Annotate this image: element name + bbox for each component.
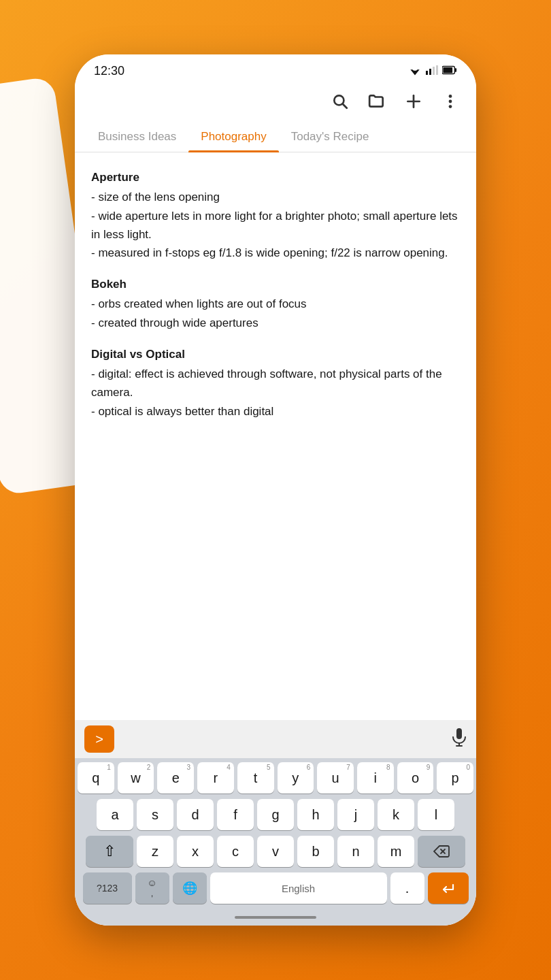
key-w[interactable]: 2w <box>118 762 154 794</box>
numbers-key[interactable]: ?123 <box>83 872 132 904</box>
emoji-key[interactable]: ☺, <box>135 872 169 904</box>
keyboard-toolbar: > <box>75 720 476 758</box>
keyboard-expand-button[interactable]: > <box>84 725 114 753</box>
home-indicator <box>235 916 316 919</box>
keyboard-area: > 1q 2w 3e 4r 5t 6y 7u <box>75 720 476 926</box>
app-toolbar <box>75 84 476 122</box>
key-p[interactable]: 0p <box>437 762 473 794</box>
microphone-button[interactable] <box>452 728 467 751</box>
key-a[interactable]: a <box>97 799 133 830</box>
chevron-right-icon: > <box>95 732 103 747</box>
keyboard: 1q 2w 3e 4r 5t 6y 7u 8i 9o 0p a s d f g … <box>75 758 476 912</box>
key-f[interactable]: f <box>217 799 254 830</box>
svg-rect-9 <box>443 67 452 72</box>
globe-icon: 🌐 <box>182 881 197 896</box>
key-b[interactable]: b <box>297 836 334 867</box>
period-label: . <box>405 881 410 896</box>
key-c[interactable]: c <box>217 836 254 867</box>
space-key[interactable]: English <box>210 872 387 904</box>
svg-rect-17 <box>456 728 462 739</box>
bottom-bar <box>75 912 476 926</box>
battery-icon <box>442 65 457 78</box>
shift-key[interactable]: ⇧ <box>86 836 133 867</box>
key-u[interactable]: 7u <box>317 762 354 794</box>
key-g[interactable]: g <box>257 799 294 830</box>
period-key[interactable]: . <box>390 872 424 904</box>
key-e[interactable]: 3e <box>157 762 194 794</box>
aperture-line-2: - wide aperture lets in more light for a… <box>91 207 460 244</box>
svg-rect-3 <box>426 71 428 75</box>
numbers-label: ?123 <box>97 883 118 894</box>
status-bar: 12:30 <box>75 54 476 84</box>
svg-point-15 <box>449 100 452 103</box>
key-n[interactable]: n <box>337 836 374 867</box>
status-icons <box>408 65 457 78</box>
svg-point-14 <box>449 95 452 98</box>
more-button[interactable] <box>435 86 465 116</box>
key-h[interactable]: h <box>297 799 334 830</box>
key-m[interactable]: m <box>378 836 414 867</box>
tab-photography[interactable]: Photography <box>188 122 278 152</box>
key-l[interactable]: l <box>418 799 454 830</box>
aperture-line-1: - size of the lens opening <box>91 188 460 206</box>
digital-optical-heading: Digital vs Optical <box>91 346 460 363</box>
aperture-heading: Aperture <box>91 169 460 186</box>
key-r[interactable]: 4r <box>197 762 234 794</box>
emoji-icon: ☺, <box>147 878 156 899</box>
bokeh-heading: Bokeh <box>91 276 460 293</box>
tab-todays-recipe[interactable]: Today's Recipe <box>279 122 382 152</box>
backspace-key[interactable] <box>418 836 465 867</box>
add-button[interactable] <box>399 86 429 116</box>
key-v[interactable]: v <box>257 836 294 867</box>
note-section-aperture: Aperture - size of the lens opening - wi… <box>91 169 460 262</box>
key-z[interactable]: z <box>137 836 173 867</box>
svg-rect-8 <box>454 68 456 72</box>
aperture-line-3: - measured in f-stops eg f/1.8 is wide o… <box>91 244 460 262</box>
search-button[interactable] <box>325 86 355 116</box>
note-section-digital-optical: Digital vs Optical - digital: effect is … <box>91 346 460 421</box>
key-x[interactable]: x <box>177 836 214 867</box>
status-time: 12:30 <box>94 64 124 78</box>
keyboard-row-4: ?123 ☺, 🌐 English . <box>78 872 473 904</box>
folder-button[interactable] <box>362 86 392 116</box>
digital-line-1: - digital: effect is achieved through so… <box>91 365 460 402</box>
key-j[interactable]: j <box>337 799 374 830</box>
wifi-icon <box>408 65 422 78</box>
enter-key[interactable] <box>428 872 469 904</box>
svg-line-11 <box>343 104 347 108</box>
key-k[interactable]: k <box>378 799 414 830</box>
tab-bar: Business Ideas Photography Today's Recip… <box>75 122 476 152</box>
note-content: Aperture - size of the lens opening - wi… <box>75 152 476 720</box>
key-d[interactable]: d <box>177 799 214 830</box>
svg-rect-6 <box>436 65 438 75</box>
keyboard-row-1: 1q 2w 3e 4r 5t 6y 7u 8i 9o 0p <box>78 762 473 794</box>
bokeh-line-1: - orbs created when lights are out of fo… <box>91 295 460 313</box>
key-o[interactable]: 9o <box>397 762 434 794</box>
space-label: English <box>282 883 315 894</box>
main-phone: 12:30 <box>75 54 476 926</box>
keyboard-row-3: ⇧ z x c v b n m <box>78 836 473 867</box>
key-q[interactable]: 1q <box>78 762 114 794</box>
svg-rect-5 <box>433 67 435 75</box>
svg-rect-4 <box>429 69 431 75</box>
signal-icon <box>426 65 438 78</box>
key-y[interactable]: 6y <box>278 762 314 794</box>
digital-line-2: - optical is always better than digital <box>91 402 460 421</box>
key-s[interactable]: s <box>137 799 173 830</box>
svg-point-16 <box>449 105 452 108</box>
note-section-bokeh: Bokeh - orbs created when lights are out… <box>91 276 460 332</box>
tab-business-ideas[interactable]: Business Ideas <box>86 122 188 152</box>
key-i[interactable]: 8i <box>357 762 394 794</box>
bokeh-line-2: - created through wide apertures <box>91 314 460 332</box>
key-t[interactable]: 5t <box>237 762 274 794</box>
globe-key[interactable]: 🌐 <box>173 872 207 904</box>
keyboard-row-2: a s d f g h j k l <box>78 799 473 830</box>
